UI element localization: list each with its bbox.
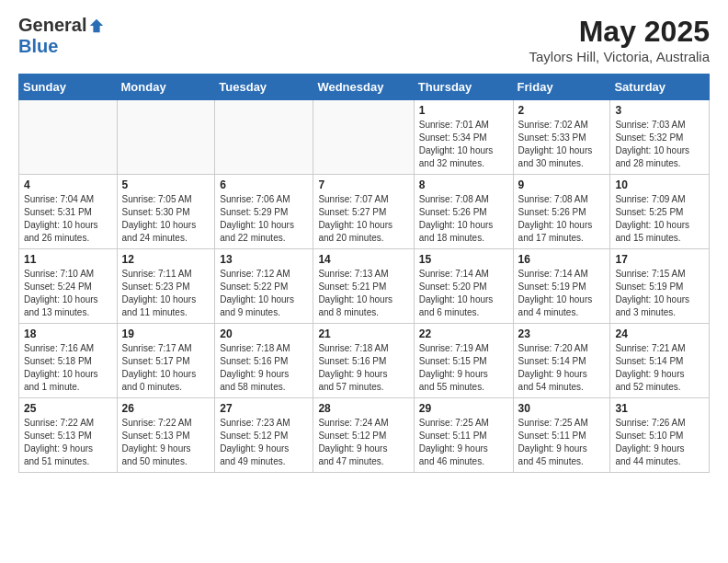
- day-number: 17: [615, 253, 704, 266]
- title-block: May 2025 Taylors Hill, Victoria, Austral…: [529, 15, 710, 64]
- calendar-cell: 9Sunrise: 7:08 AM Sunset: 5:26 PM Daylig…: [513, 175, 610, 249]
- day-info: Sunrise: 7:17 AM Sunset: 5:17 PM Dayligh…: [122, 342, 210, 394]
- calendar-cell: 5Sunrise: 7:05 AM Sunset: 5:30 PM Daylig…: [117, 175, 215, 249]
- calendar-week-4: 18Sunrise: 7:16 AM Sunset: 5:18 PM Dayli…: [19, 324, 710, 398]
- calendar-cell: 23Sunrise: 7:20 AM Sunset: 5:14 PM Dayli…: [513, 324, 610, 398]
- day-info: Sunrise: 7:13 AM Sunset: 5:21 PM Dayligh…: [318, 268, 408, 319]
- calendar-cell: 2Sunrise: 7:02 AM Sunset: 5:33 PM Daylig…: [513, 100, 610, 175]
- day-number: 11: [24, 253, 112, 266]
- calendar-cell: [117, 100, 215, 175]
- day-number: 25: [24, 402, 112, 415]
- calendar-cell: 12Sunrise: 7:11 AM Sunset: 5:23 PM Dayli…: [117, 249, 215, 324]
- calendar-cell: 7Sunrise: 7:07 AM Sunset: 5:27 PM Daylig…: [313, 175, 414, 249]
- day-number: 29: [419, 402, 508, 415]
- day-info: Sunrise: 7:20 AM Sunset: 5:14 PM Dayligh…: [518, 342, 606, 394]
- day-number: 10: [615, 178, 704, 191]
- logo-blue: Blue: [18, 36, 58, 57]
- day-number: 19: [122, 327, 210, 340]
- day-info: Sunrise: 7:12 AM Sunset: 5:22 PM Dayligh…: [220, 268, 308, 319]
- day-number: 26: [122, 402, 210, 415]
- day-info: Sunrise: 7:08 AM Sunset: 5:26 PM Dayligh…: [419, 193, 508, 245]
- calendar-header-row: SundayMondayTuesdayWednesdayThursdayFrid…: [19, 75, 710, 100]
- calendar-cell: 11Sunrise: 7:10 AM Sunset: 5:24 PM Dayli…: [19, 249, 118, 324]
- day-info: Sunrise: 7:23 AM Sunset: 5:12 PM Dayligh…: [220, 417, 308, 468]
- calendar-cell: 26Sunrise: 7:22 AM Sunset: 5:13 PM Dayli…: [117, 398, 215, 473]
- day-info: Sunrise: 7:14 AM Sunset: 5:19 PM Dayligh…: [518, 268, 606, 319]
- day-number: 2: [518, 104, 606, 117]
- day-info: Sunrise: 7:02 AM Sunset: 5:33 PM Dayligh…: [518, 119, 606, 170]
- calendar-cell: 22Sunrise: 7:19 AM Sunset: 5:15 PM Dayli…: [414, 324, 513, 398]
- day-info: Sunrise: 7:10 AM Sunset: 5:24 PM Dayligh…: [24, 268, 112, 319]
- day-of-week-sunday: Sunday: [19, 75, 118, 100]
- svg-marker-0: [90, 18, 103, 31]
- calendar-cell: 3Sunrise: 7:03 AM Sunset: 5:32 PM Daylig…: [610, 100, 710, 175]
- calendar-cell: 20Sunrise: 7:18 AM Sunset: 5:16 PM Dayli…: [215, 324, 313, 398]
- day-info: Sunrise: 7:19 AM Sunset: 5:15 PM Dayligh…: [419, 342, 508, 394]
- day-info: Sunrise: 7:06 AM Sunset: 5:29 PM Dayligh…: [220, 193, 308, 245]
- calendar-week-2: 4Sunrise: 7:04 AM Sunset: 5:31 PM Daylig…: [19, 175, 710, 249]
- day-info: Sunrise: 7:26 AM Sunset: 5:10 PM Dayligh…: [615, 417, 704, 468]
- day-number: 30: [518, 402, 606, 415]
- day-number: 15: [419, 253, 508, 266]
- day-number: 8: [419, 178, 508, 191]
- calendar-cell: 6Sunrise: 7:06 AM Sunset: 5:29 PM Daylig…: [215, 175, 313, 249]
- day-number: 16: [518, 253, 606, 266]
- calendar: SundayMondayTuesdayWednesdayThursdayFrid…: [18, 74, 710, 473]
- day-of-week-friday: Friday: [513, 75, 610, 100]
- day-info: Sunrise: 7:24 AM Sunset: 5:12 PM Dayligh…: [318, 417, 408, 468]
- day-number: 27: [220, 402, 308, 415]
- day-number: 18: [24, 327, 112, 340]
- day-number: 14: [318, 253, 408, 266]
- calendar-cell: 1Sunrise: 7:01 AM Sunset: 5:34 PM Daylig…: [414, 100, 513, 175]
- calendar-cell: 30Sunrise: 7:25 AM Sunset: 5:11 PM Dayli…: [513, 398, 610, 473]
- day-of-week-thursday: Thursday: [414, 75, 513, 100]
- day-number: 20: [220, 327, 308, 340]
- day-number: 9: [518, 178, 606, 191]
- calendar-cell: 21Sunrise: 7:18 AM Sunset: 5:16 PM Dayli…: [313, 324, 414, 398]
- day-info: Sunrise: 7:07 AM Sunset: 5:27 PM Dayligh…: [318, 193, 408, 245]
- calendar-week-3: 11Sunrise: 7:10 AM Sunset: 5:24 PM Dayli…: [19, 249, 710, 324]
- calendar-cell: 4Sunrise: 7:04 AM Sunset: 5:31 PM Daylig…: [19, 175, 118, 249]
- day-number: 22: [419, 327, 508, 340]
- day-info: Sunrise: 7:18 AM Sunset: 5:16 PM Dayligh…: [220, 342, 308, 394]
- calendar-cell: 8Sunrise: 7:08 AM Sunset: 5:26 PM Daylig…: [414, 175, 513, 249]
- day-number: 5: [122, 178, 210, 191]
- page: General Blue May 2025 Taylors Hill, Vict…: [0, 0, 728, 488]
- day-info: Sunrise: 7:03 AM Sunset: 5:32 PM Dayligh…: [615, 119, 704, 170]
- calendar-cell: 31Sunrise: 7:26 AM Sunset: 5:10 PM Dayli…: [610, 398, 710, 473]
- day-info: Sunrise: 7:16 AM Sunset: 5:18 PM Dayligh…: [24, 342, 112, 394]
- day-info: Sunrise: 7:25 AM Sunset: 5:11 PM Dayligh…: [419, 417, 508, 468]
- logo-icon: [88, 17, 105, 34]
- calendar-cell: 29Sunrise: 7:25 AM Sunset: 5:11 PM Dayli…: [414, 398, 513, 473]
- day-of-week-saturday: Saturday: [610, 75, 710, 100]
- day-info: Sunrise: 7:25 AM Sunset: 5:11 PM Dayligh…: [518, 417, 606, 468]
- day-number: 3: [615, 104, 704, 117]
- day-number: 12: [122, 253, 210, 266]
- day-number: 6: [220, 178, 308, 191]
- month-year: May 2025: [529, 15, 710, 49]
- day-number: 7: [318, 178, 408, 191]
- calendar-cell: 24Sunrise: 7:21 AM Sunset: 5:14 PM Dayli…: [610, 324, 710, 398]
- calendar-cell: [313, 100, 414, 175]
- logo: General Blue: [18, 15, 105, 57]
- calendar-cell: 25Sunrise: 7:22 AM Sunset: 5:13 PM Dayli…: [19, 398, 118, 473]
- calendar-cell: [215, 100, 313, 175]
- day-number: 28: [318, 402, 408, 415]
- calendar-cell: 10Sunrise: 7:09 AM Sunset: 5:25 PM Dayli…: [610, 175, 710, 249]
- day-info: Sunrise: 7:22 AM Sunset: 5:13 PM Dayligh…: [122, 417, 210, 468]
- location: Taylors Hill, Victoria, Australia: [529, 49, 710, 64]
- day-info: Sunrise: 7:15 AM Sunset: 5:19 PM Dayligh…: [615, 268, 704, 319]
- day-number: 4: [24, 178, 112, 191]
- day-of-week-monday: Monday: [117, 75, 215, 100]
- day-info: Sunrise: 7:08 AM Sunset: 5:26 PM Dayligh…: [518, 193, 606, 245]
- calendar-week-5: 25Sunrise: 7:22 AM Sunset: 5:13 PM Dayli…: [19, 398, 710, 473]
- day-info: Sunrise: 7:09 AM Sunset: 5:25 PM Dayligh…: [615, 193, 704, 245]
- day-info: Sunrise: 7:04 AM Sunset: 5:31 PM Dayligh…: [24, 193, 112, 245]
- day-number: 24: [615, 327, 704, 340]
- header: General Blue May 2025 Taylors Hill, Vict…: [18, 15, 710, 64]
- day-number: 1: [419, 104, 508, 117]
- calendar-cell: 16Sunrise: 7:14 AM Sunset: 5:19 PM Dayli…: [513, 249, 610, 324]
- day-of-week-tuesday: Tuesday: [215, 75, 313, 100]
- calendar-week-1: 1Sunrise: 7:01 AM Sunset: 5:34 PM Daylig…: [19, 100, 710, 175]
- day-of-week-wednesday: Wednesday: [313, 75, 414, 100]
